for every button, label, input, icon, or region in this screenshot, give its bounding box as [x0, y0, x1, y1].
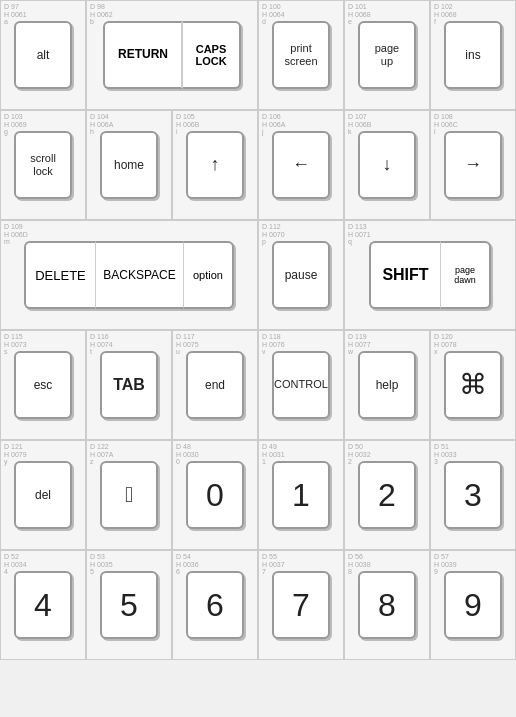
cell-ins: D 102H 0068f ins	[430, 0, 516, 110]
page-up-key[interactable]: pageup	[358, 21, 416, 89]
cell-shift-group: D 113H 0071q SHIFT pagedawn	[344, 220, 516, 330]
cell-esc: D 115H 0073s esc	[0, 330, 86, 440]
cell-up-arrow: D 105H 006Bi ↑	[172, 110, 258, 220]
cell-6: D 54H 00366 6	[172, 550, 258, 660]
caps-lock-key[interactable]: CAPSLOCK	[183, 21, 241, 89]
apple-key[interactable]: 	[100, 461, 158, 529]
end-key[interactable]: end	[186, 351, 244, 419]
print-screen-key[interactable]: printscreen	[272, 21, 330, 89]
scroll-lock-key[interactable]: scrolllock	[14, 131, 72, 199]
cell-apple: D 122H 007Az 	[86, 440, 172, 550]
pause-key[interactable]: pause	[272, 241, 330, 309]
cell-delete-group: D 109H 006Dm DELETE BACKSPACE option	[0, 220, 258, 330]
cell-print-screen: D 100H 0064d printscreen	[258, 0, 344, 110]
cell-0: D 48H 00300 0	[172, 440, 258, 550]
command-key[interactable]: ⌘	[444, 351, 502, 419]
key-7[interactable]: 7	[272, 571, 330, 639]
cell-del: D 121H 0079y del	[0, 440, 86, 550]
cell-alt: D 97H 0061a alt	[0, 0, 86, 110]
option-key[interactable]: option	[184, 241, 234, 309]
cell-3: D 51H 00333 3	[430, 440, 516, 550]
key-1[interactable]: 1	[272, 461, 330, 529]
cell-return-caps: D 98H 0062b RETURN CAPSLOCK	[86, 0, 258, 110]
cell-tab: D 116H 0074t TAB	[86, 330, 172, 440]
del-key[interactable]: del	[14, 461, 72, 529]
up-arrow-key[interactable]: ↑	[186, 131, 244, 199]
return-key[interactable]: RETURN	[103, 21, 183, 89]
page-down-key[interactable]: pagedawn	[441, 241, 491, 309]
esc-key[interactable]: esc	[14, 351, 72, 419]
down-arrow-key[interactable]: ↓	[358, 131, 416, 199]
cell-9: D 57H 00399 9	[430, 550, 516, 660]
cell-control: D 118H 0076v CONTROL	[258, 330, 344, 440]
key-4[interactable]: 4	[14, 571, 72, 639]
shift-key[interactable]: SHIFT	[369, 241, 441, 309]
keyboard-grid: D 97H 0061a alt D 98H 0062b RETURN CAPSL…	[0, 0, 516, 660]
key-5[interactable]: 5	[100, 571, 158, 639]
cell-page-up: D 101H 0068e pageup	[344, 0, 430, 110]
cell-2: D 50H 00322 2	[344, 440, 430, 550]
cell-left-arrow: D 106H 006Aj ←	[258, 110, 344, 220]
key-0[interactable]: 0	[186, 461, 244, 529]
help-key[interactable]: help	[358, 351, 416, 419]
key-6[interactable]: 6	[186, 571, 244, 639]
cell-pause: D 112H 0070p pause	[258, 220, 344, 330]
key-8[interactable]: 8	[358, 571, 416, 639]
delete-key[interactable]: DELETE	[24, 241, 96, 309]
key-2[interactable]: 2	[358, 461, 416, 529]
cell-down-arrow: D 107H 006Bk ↓	[344, 110, 430, 220]
cell-7: D 55H 00377 7	[258, 550, 344, 660]
left-arrow-key[interactable]: ←	[272, 131, 330, 199]
key-9[interactable]: 9	[444, 571, 502, 639]
right-arrow-key[interactable]: →	[444, 131, 502, 199]
cell-help: D 119H 0077w help	[344, 330, 430, 440]
cell-5: D 53H 00355 5	[86, 550, 172, 660]
cell-end: D 117H 0075u end	[172, 330, 258, 440]
ins-key[interactable]: ins	[444, 21, 502, 89]
backspace-key[interactable]: BACKSPACE	[96, 241, 184, 309]
cell-right-arrow: D 108H 006Cl →	[430, 110, 516, 220]
key-3[interactable]: 3	[444, 461, 502, 529]
cell-4: D 52H 00344 4	[0, 550, 86, 660]
cell-home: D 104H 006Ah home	[86, 110, 172, 220]
tab-key[interactable]: TAB	[100, 351, 158, 419]
home-key[interactable]: home	[100, 131, 158, 199]
cell-cmd: D 120H 0078x ⌘	[430, 330, 516, 440]
control-key[interactable]: CONTROL	[272, 351, 330, 419]
cell-1: D 49H 00311 1	[258, 440, 344, 550]
cell-8: D 56H 00388 8	[344, 550, 430, 660]
alt-key[interactable]: alt	[14, 21, 72, 89]
cell-scroll-lock: D 103H 0069g scrolllock	[0, 110, 86, 220]
